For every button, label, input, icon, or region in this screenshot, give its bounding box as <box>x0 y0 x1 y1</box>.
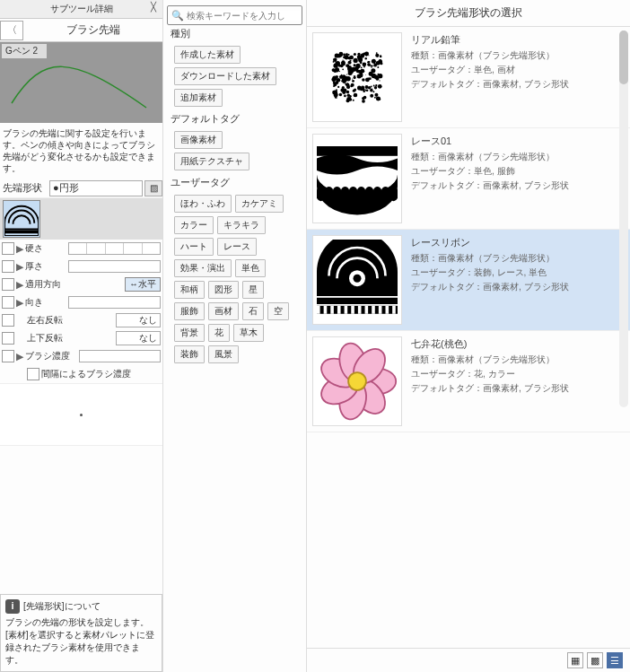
expand-icon[interactable]: ▶ <box>16 297 25 309</box>
flip-v-row: 上下反転 なし <box>0 329 162 347</box>
item-deftag: デフォルトタグ：画像素材, ブラシ形状 <box>411 179 569 193</box>
tag-item[interactable]: ハート <box>174 238 214 256</box>
tag-item[interactable]: 星 <box>242 281 264 299</box>
view-grid-small-button[interactable]: ▩ <box>587 652 603 668</box>
list-item[interactable]: 七弁花(桃色)種類：画像素材（ブラシ先端形状）ユーザータグ：花, カラーデフォル… <box>307 331 630 432</box>
thickness-slider[interactable] <box>68 260 161 273</box>
tag-item[interactable]: 装飾 <box>174 345 205 363</box>
expand-icon[interactable]: ▶ <box>16 351 25 362</box>
view-list-button[interactable]: ☰ <box>607 652 623 668</box>
orient-check[interactable] <box>2 296 14 309</box>
tag-item[interactable]: 用紙テクスチャ <box>174 153 249 170</box>
tag-item[interactable]: 石 <box>242 302 264 320</box>
svg-rect-224 <box>317 298 398 304</box>
svg-point-167 <box>341 80 343 82</box>
orient-slider[interactable] <box>68 296 161 309</box>
tag-item[interactable]: 草木 <box>233 324 264 342</box>
density-check[interactable] <box>2 350 14 362</box>
svg-point-125 <box>370 65 371 66</box>
scroll-thumb[interactable] <box>619 31 628 84</box>
tip-shape-label: 先端形状 <box>0 181 49 195</box>
svg-point-27 <box>374 97 376 99</box>
material-icon-button[interactable]: ▨ <box>144 180 162 196</box>
item-type: 種類：画像素材（ブラシ先端形状） <box>411 251 569 266</box>
tag-item[interactable]: 和柄 <box>174 281 205 299</box>
back-button[interactable]: 〈 <box>0 21 23 40</box>
tag-item[interactable]: 花 <box>208 324 230 342</box>
tag-item[interactable]: 効果・演出 <box>174 259 232 277</box>
flip-v-value[interactable]: なし <box>116 331 161 345</box>
scrollbar[interactable] <box>619 31 628 407</box>
search-field[interactable] <box>187 11 301 21</box>
tag-item[interactable]: 図形 <box>208 281 239 299</box>
tip-thumbnail-selected[interactable] <box>3 200 40 238</box>
svg-point-140 <box>346 53 348 56</box>
expand-icon[interactable]: ▶ <box>16 279 25 291</box>
tag-item[interactable]: カケアミ <box>235 195 284 213</box>
svg-point-202 <box>331 77 336 82</box>
svg-rect-0 <box>4 230 39 232</box>
direction-button[interactable]: ↔水平 <box>125 277 161 292</box>
orient-row: ▶ 向き <box>0 293 162 311</box>
tag-item[interactable]: 画材 <box>208 302 239 320</box>
svg-point-189 <box>373 64 377 67</box>
tag-item[interactable]: 画像素材 <box>174 131 223 149</box>
tag-item[interactable]: レース <box>217 238 257 256</box>
svg-rect-221 <box>317 146 398 156</box>
svg-point-182 <box>342 68 344 70</box>
svg-point-185 <box>354 53 356 56</box>
view-grid-large-button[interactable]: ▦ <box>567 652 583 668</box>
flip-h-check[interactable] <box>2 314 14 327</box>
svg-point-160 <box>361 75 363 77</box>
tip-shape-select[interactable]: ●円形 <box>49 180 143 196</box>
tag-item[interactable]: 追加素材 <box>174 89 223 107</box>
hardness-slider[interactable] <box>68 242 161 255</box>
tag-item[interactable]: 背景 <box>174 324 205 342</box>
svg-point-184 <box>346 91 349 93</box>
svg-point-54 <box>337 98 337 99</box>
view-mode-bar: ▦ ▩ ☰ <box>307 648 630 672</box>
item-name: レースリボン <box>411 235 569 251</box>
thickness-check[interactable] <box>2 260 14 273</box>
flip-h-value[interactable]: なし <box>116 313 161 327</box>
svg-point-216 <box>337 86 339 88</box>
svg-point-177 <box>371 85 372 87</box>
search-icon: 🔍 <box>171 10 184 22</box>
tag-item[interactable]: 作成した素材 <box>174 46 241 64</box>
expand-icon[interactable]: ▶ <box>16 261 25 273</box>
svg-point-56 <box>363 66 365 68</box>
flip-v-check[interactable] <box>2 332 14 345</box>
gap-density-check[interactable] <box>27 368 39 380</box>
svg-point-196 <box>377 74 379 75</box>
tag-item[interactable]: ほわ・ふわ <box>174 195 232 213</box>
tag-item[interactable]: カラー <box>174 216 214 234</box>
density-slider[interactable] <box>79 350 161 362</box>
hardness-check[interactable] <box>2 242 14 255</box>
list-item[interactable]: レース01種類：画像素材（ブラシ先端形状）ユーザータグ：単色, 服飾デフォルトタ… <box>307 128 630 230</box>
svg-point-139 <box>377 66 379 68</box>
tag-item[interactable]: キラキラ <box>217 216 266 234</box>
expand-icon[interactable]: ▶ <box>16 243 25 255</box>
tip-thumbnail-empty[interactable] <box>43 200 81 238</box>
info-body-2: [素材]を選択すると素材パレットに登録されたブラシ素材を使用できます。 <box>5 629 157 667</box>
close-icon[interactable]: ╳ <box>147 2 159 13</box>
svg-point-218 <box>365 90 367 92</box>
svg-point-99 <box>347 61 351 65</box>
list-item[interactable]: レースリボン種類：画像素材（ブラシ先端形状）ユーザータグ：装飾, レース, 単色… <box>307 230 630 331</box>
search-input[interactable]: 🔍 <box>167 5 302 25</box>
tag-item[interactable]: ダウンロードした素材 <box>174 67 276 85</box>
brush-name-label: Gペン 2 <box>2 44 47 58</box>
svg-point-164 <box>344 77 346 79</box>
svg-point-175 <box>348 94 349 95</box>
svg-point-211 <box>348 71 353 75</box>
list-item[interactable]: リアル鉛筆種類：画像素材（ブラシ先端形状）ユーザータグ：単色, 画材デフォルトタ… <box>307 27 630 128</box>
svg-point-214 <box>335 55 337 57</box>
svg-point-58 <box>352 78 353 79</box>
tag-item[interactable]: 空 <box>267 302 289 320</box>
direction-check[interactable] <box>2 278 14 291</box>
tag-item[interactable]: 風景 <box>208 345 239 363</box>
tag-item[interactable]: 単色 <box>235 259 266 277</box>
tag-item[interactable]: 服飾 <box>174 302 205 320</box>
svg-rect-226 <box>317 306 320 314</box>
svg-rect-235 <box>379 306 382 314</box>
